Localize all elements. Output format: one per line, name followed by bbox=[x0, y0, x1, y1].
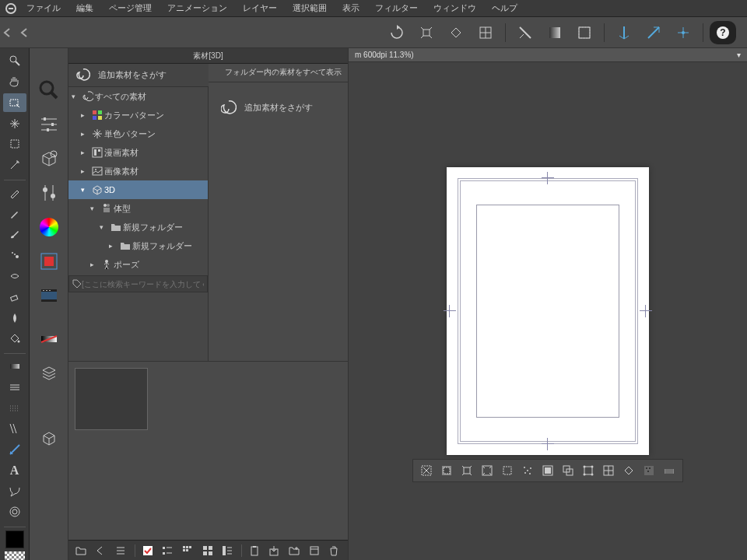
menu-item[interactable]: レイヤー bbox=[235, 1, 285, 15]
btn-back-icon[interactable] bbox=[92, 543, 110, 558]
tree-item[interactable]: ▸カラーパターン bbox=[68, 106, 208, 124]
tool-gradient[interactable] bbox=[3, 357, 26, 376]
menu-item[interactable]: ページ管理 bbox=[101, 1, 160, 15]
btn-paste-icon[interactable] bbox=[245, 543, 264, 558]
tree-item[interactable]: ▸画像素材 bbox=[68, 162, 208, 180]
fbtn-scatter-icon[interactable] bbox=[518, 461, 537, 480]
btn-trash-icon[interactable] bbox=[324, 543, 343, 558]
material-tab-title[interactable]: 素材[3D] bbox=[68, 48, 348, 64]
tool-figure[interactable] bbox=[3, 398, 26, 418]
subtool-tune-icon[interactable] bbox=[33, 177, 65, 208]
subtool-cube2-icon[interactable] bbox=[33, 423, 65, 454]
toolbar-snap3-icon[interactable] bbox=[670, 21, 696, 44]
material-search-header[interactable]: 追加素材をさがす bbox=[68, 64, 209, 87]
menu-item[interactable]: 編集 bbox=[68, 1, 101, 15]
fbtn-new-icon[interactable] bbox=[660, 461, 679, 480]
tool-correction[interactable] bbox=[3, 502, 26, 522]
fbtn-clear-icon[interactable] bbox=[498, 461, 517, 480]
tool-text[interactable]: A bbox=[3, 460, 26, 480]
fbtn-deselect-icon[interactable] bbox=[417, 461, 436, 480]
fbtn-transform-icon[interactable] bbox=[579, 461, 598, 480]
btn-props-icon[interactable] bbox=[305, 543, 324, 558]
menu-item[interactable]: ウィンドウ bbox=[426, 1, 484, 15]
btn-newfolder-icon[interactable] bbox=[285, 543, 303, 558]
show-all-folder-label[interactable]: フォルダー内の素材をすべて表示 bbox=[209, 64, 348, 82]
tool-hand[interactable] bbox=[3, 72, 26, 92]
tree-item[interactable]: ▾すべての素材 bbox=[68, 87, 208, 106]
fbtn-center-icon[interactable] bbox=[599, 461, 618, 480]
subtool-layers-icon[interactable] bbox=[33, 358, 65, 389]
tool-blend[interactable] bbox=[3, 308, 26, 327]
fbtn-expand-icon[interactable] bbox=[458, 461, 476, 480]
toolbar-help-icon[interactable]: ? bbox=[710, 21, 736, 44]
btn-check-icon[interactable] bbox=[139, 543, 157, 558]
tool-selection[interactable] bbox=[3, 135, 26, 154]
menu-item[interactable]: 表示 bbox=[335, 1, 367, 15]
tree-item[interactable]: ▸漫画素材 bbox=[68, 143, 208, 162]
preview-item-search[interactable]: 追加素材をさがす bbox=[215, 93, 342, 121]
fbtn-shrink-icon[interactable] bbox=[478, 461, 496, 480]
tool-ruler[interactable] bbox=[3, 440, 26, 460]
tool-frame[interactable] bbox=[3, 419, 26, 439]
subtool-tone-icon[interactable] bbox=[33, 324, 65, 355]
tool-pencil[interactable] bbox=[3, 204, 26, 223]
subtool-film-icon[interactable] bbox=[33, 280, 65, 311]
tool-pen[interactable] bbox=[3, 184, 26, 203]
tool-move[interactable] bbox=[3, 93, 26, 113]
tree-item[interactable]: ▸新規フォルダー bbox=[68, 236, 208, 255]
fbtn-copy-icon[interactable] bbox=[559, 461, 577, 480]
tree-item[interactable]: ▾新規フォルダー bbox=[68, 218, 208, 236]
menu-item[interactable]: ファイル bbox=[19, 1, 68, 15]
btn-menu-icon[interactable] bbox=[111, 543, 130, 558]
btn-import-icon[interactable] bbox=[265, 543, 284, 558]
tree-item[interactable]: ▸ポーズ bbox=[68, 255, 208, 274]
panel-toggle-left[interactable] bbox=[3, 27, 30, 38]
canvas-page[interactable] bbox=[447, 167, 649, 455]
material-search-input[interactable] bbox=[82, 280, 204, 289]
btn-folder-icon[interactable] bbox=[72, 543, 90, 558]
toolbar-fit-icon[interactable] bbox=[413, 21, 440, 44]
tree-item[interactable]: ▾3D bbox=[68, 180, 208, 199]
tool-contour[interactable] bbox=[3, 377, 26, 397]
fbtn-fill2-icon[interactable] bbox=[619, 461, 638, 480]
toolbar-refresh-icon[interactable] bbox=[384, 21, 410, 44]
canvas-viewport[interactable] bbox=[349, 62, 747, 560]
tool-balloon[interactable] bbox=[3, 481, 26, 501]
tool-wand[interactable] bbox=[3, 156, 26, 175]
menu-item[interactable]: ヘルプ bbox=[484, 1, 525, 15]
toolbar-gradient-icon[interactable] bbox=[542, 21, 568, 44]
btn-small-icon[interactable] bbox=[178, 543, 197, 558]
toolbar-bucket-icon[interactable] bbox=[443, 21, 469, 44]
fbtn-fit-icon[interactable] bbox=[538, 461, 557, 480]
tool-eraser[interactable] bbox=[3, 287, 26, 306]
subtool-magnify-icon[interactable] bbox=[33, 75, 65, 106]
tool-airbrush[interactable] bbox=[3, 246, 26, 265]
toolbar-grid-icon[interactable] bbox=[571, 21, 598, 44]
tool-decorate[interactable] bbox=[3, 267, 26, 286]
foreground-color-swatch[interactable] bbox=[5, 530, 24, 548]
tree-item[interactable]: ▸単色パターン bbox=[68, 124, 208, 143]
menu-item[interactable]: フィルター bbox=[367, 1, 426, 15]
tool-transform[interactable] bbox=[3, 114, 26, 133]
tool-fill[interactable] bbox=[3, 329, 26, 348]
btn-detail-icon[interactable] bbox=[218, 543, 237, 558]
btn-large-icon[interactable] bbox=[198, 543, 217, 558]
subtool-colorwheel-icon[interactable] bbox=[33, 212, 65, 243]
menu-item[interactable]: アニメーション bbox=[160, 1, 235, 15]
toolbar-eyedrop-icon[interactable] bbox=[512, 21, 538, 44]
btn-list-icon[interactable] bbox=[158, 543, 177, 558]
toolbar-bounds-icon[interactable] bbox=[472, 21, 499, 44]
toolbar-snap1-icon[interactable] bbox=[611, 21, 637, 44]
fbtn-invert-icon[interactable] bbox=[437, 461, 456, 480]
tree-item[interactable]: ▾体型 bbox=[68, 199, 208, 218]
toolbar-snap2-icon[interactable] bbox=[640, 21, 667, 44]
background-color-swatch[interactable] bbox=[5, 551, 25, 560]
menu-item[interactable]: 選択範囲 bbox=[285, 1, 335, 15]
subtool-swatch-icon[interactable] bbox=[33, 246, 65, 277]
subtool-cube-icon[interactable] bbox=[33, 143, 65, 174]
tool-brush[interactable] bbox=[3, 225, 26, 244]
subtool-sliders-icon[interactable] bbox=[33, 109, 65, 140]
tool-magnify[interactable] bbox=[3, 51, 26, 71]
navigator-thumbnail[interactable] bbox=[75, 368, 148, 430]
fbtn-tone-icon[interactable] bbox=[640, 461, 658, 480]
